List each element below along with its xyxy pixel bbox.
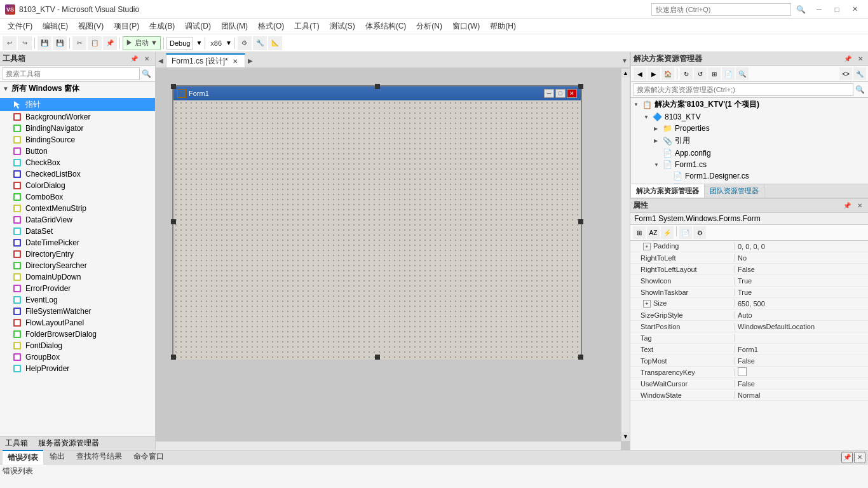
sol-item-properties[interactable]: ▶📁Properties (631, 123, 868, 134)
toolbox-search-input[interactable] (3, 67, 140, 80)
props-settings-btn[interactable]: ⚙ (693, 226, 706, 239)
toolbar-btn-3[interactable]: 📐 (268, 36, 282, 50)
toolbox-item-domainupdown[interactable]: DomainUpDown (0, 271, 155, 283)
menu-item-h[interactable]: 帮助(H) (485, 20, 521, 33)
props-row-sizegripstyle[interactable]: SizeGripStyleAuto (630, 309, 868, 321)
menu-item-n[interactable]: 分析(N) (411, 20, 447, 33)
toolbox-item-errorprovider[interactable]: ErrorProvider (0, 283, 155, 294)
form-body[interactable] (173, 100, 581, 360)
start-button[interactable]: ▶ 启动 ▼ (123, 36, 161, 50)
toolbox-item-filesystemwatcher[interactable]: FileSystemWatcher (0, 306, 155, 317)
menu-item-d[interactable]: 调试(D) (180, 20, 216, 33)
bottom-pin-btn[interactable]: 📌 (841, 452, 853, 463)
menu-item-t[interactable]: 工具(T) (289, 20, 324, 33)
minimize-button[interactable]: ─ (811, 3, 827, 17)
sol-item-form1-designer-cs[interactable]: 📄Form1.Designer.cs (631, 170, 868, 182)
sol-btn4[interactable]: ⊞ (708, 67, 721, 80)
toolbox-item-datagridview[interactable]: DataGridView (0, 214, 155, 226)
props-row-text[interactable]: TextForm1 (630, 344, 868, 355)
toolbox-item-bindingnavigator[interactable]: BindingNavigator (0, 123, 155, 134)
bottom-tab-输出[interactable]: 输出 (44, 450, 70, 464)
menu-item-v[interactable]: 视图(V) (73, 20, 109, 33)
sol-source-btn[interactable]: <> (839, 67, 852, 80)
tab-dropdown-btn[interactable]: ▼ (620, 53, 630, 67)
toolbar-btn-save[interactable]: 💾 (37, 36, 51, 50)
props-category-btn[interactable]: ⊞ (633, 226, 646, 239)
toolbar-btn-redo[interactable]: ↪ (18, 36, 32, 50)
props-pin-btn[interactable]: 📌 (841, 200, 853, 212)
menu-item-f[interactable]: 文件(F) (3, 20, 37, 33)
sol-item-8103_ktv[interactable]: ▼🔷8103_KTV (631, 111, 868, 123)
menu-item-p[interactable]: 项目(P) (109, 20, 144, 33)
toolbar-btn-2[interactable]: 🔧 (253, 36, 267, 50)
bottom-tab-错误列表[interactable]: 错误列表 (3, 450, 43, 464)
toolbox-item-button[interactable]: Button (0, 146, 155, 157)
toolbar-btn-copy[interactable]: 📋 (88, 36, 102, 50)
sol-forward-btn[interactable]: ▶ (648, 67, 660, 80)
toolbox-item-folderbrowserdialog[interactable]: FolderBrowserDialog (0, 329, 155, 340)
menu-item-e[interactable]: 编辑(E) (37, 20, 73, 33)
sol-back-btn[interactable]: ◀ (634, 67, 646, 80)
menu-item-m[interactable]: 团队(M) (216, 20, 253, 33)
doc-scroll-bottom-btn[interactable]: ▼ (621, 432, 630, 441)
form-max-btn[interactable]: □ (555, 89, 566, 98)
props-pages-btn[interactable]: 📄 (679, 226, 692, 239)
sol-item-解决方案-8103_ktv-(1-个项目)[interactable]: ▼📋解决方案'8103_KTV'(1 个项目) (631, 98, 868, 111)
props-row-usewaitcursor[interactable]: UseWaitCursorFalse (630, 378, 868, 390)
toolbox-item-colordialog[interactable]: ColorDialog (0, 180, 155, 191)
toolbox-item-dataset[interactable]: DataSet (0, 226, 155, 237)
toolbar-btn-1[interactable]: ⚙ (238, 36, 252, 50)
props-row-padding[interactable]: +Padding0, 0, 0, 0 (630, 241, 868, 252)
menu-item-b[interactable]: 生成(B) (144, 20, 180, 33)
props-expand-btn[interactable]: + (643, 300, 651, 308)
toolbox-item-fontdialog[interactable]: FontDialog (0, 340, 155, 351)
toolbar-btn-save-all[interactable]: 💾 (53, 36, 67, 50)
toolbox-item-datetimepicker[interactable]: DateTimePicker (0, 237, 155, 248)
tab-scroll-left-btn[interactable]: ◀ (156, 53, 166, 67)
toolbox-item-checkbox[interactable]: CheckBox (0, 157, 155, 168)
props-row-topmost[interactable]: TopMostFalse (630, 355, 868, 367)
form-min-btn[interactable]: ─ (544, 89, 554, 98)
doc-tab-close-btn[interactable]: ✕ (231, 57, 240, 65)
toolbox-tab[interactable]: 工具箱 (0, 437, 33, 450)
menu-item-w[interactable]: 窗口(W) (447, 20, 485, 33)
debug-config-dropdown[interactable]: Debug (166, 37, 193, 50)
sol-search-input[interactable] (634, 83, 853, 96)
toolbar-btn-cut[interactable]: ✂ (72, 36, 86, 50)
tab-scroll-right-btn[interactable]: ▶ (245, 53, 255, 67)
form-close-btn[interactable]: ✕ (567, 89, 577, 98)
props-row-righttoleft[interactable]: RightToLeftNo (630, 252, 868, 264)
sol-prop-btn[interactable]: 🔧 (853, 67, 866, 80)
toolbox-item-groupbox[interactable]: GroupBox (0, 351, 155, 363)
menu-item-s[interactable]: 测试(S) (325, 20, 360, 33)
props-row-tag[interactable]: Tag (630, 332, 868, 344)
server-explorer-tab[interactable]: 服务器资源管理器 (33, 437, 104, 450)
doc-scroll-track-v[interactable] (621, 78, 630, 432)
toolbox-pin-btn[interactable]: 📌 (128, 53, 140, 65)
props-row-righttoleftlayout[interactable]: RightToLeftLayoutFalse (630, 264, 868, 275)
props-events-btn[interactable]: ⚡ (661, 226, 674, 239)
toolbar-btn-undo[interactable]: ↩ (3, 36, 17, 50)
close-button[interactable]: ✕ (846, 3, 863, 17)
toolbox-close-btn[interactable]: ✕ (141, 53, 153, 65)
props-row-startposition[interactable]: StartPositionWindowsDefaultLocation (630, 321, 868, 332)
toolbox-item-eventlog[interactable]: EventLog (0, 294, 155, 306)
props-row-windowstate[interactable]: WindowStateNormal (630, 390, 868, 401)
props-row-size[interactable]: +Size650, 500 (630, 298, 868, 309)
sol-home-btn[interactable]: 🏠 (661, 67, 674, 80)
doc-tab-form1[interactable]: Form1.cs [设计]* ✕ (166, 53, 245, 67)
bottom-tab-查找符号结果[interactable]: 查找符号结果 (71, 450, 127, 464)
doc-scroll-top-btn[interactable]: ▲ (621, 69, 630, 78)
toolbox-item-helpprovider[interactable]: HelpProvider (0, 363, 155, 374)
toolbox-item-directoryentry[interactable]: DirectoryEntry (0, 248, 155, 260)
sol-tab-solution[interactable]: 解决方案资源管理器 (631, 184, 705, 198)
props-row-showicon[interactable]: ShowIconTrue (630, 275, 868, 287)
sol-refresh-btn[interactable]: ↻ (680, 67, 693, 80)
maximize-button[interactable]: □ (829, 3, 845, 17)
toolbox-item-backgroundworker[interactable]: BackgroundWorker (0, 111, 155, 123)
sol-item-form1-cs[interactable]: ▼📄Form1.cs (631, 159, 868, 170)
props-expand-btn[interactable]: + (643, 243, 651, 250)
toolbox-item-flowlayoutpanel[interactable]: FlowLayoutPanel (0, 317, 155, 329)
sol-btn6[interactable]: 🔍 (736, 67, 749, 80)
sol-btn5[interactable]: 📄 (722, 67, 735, 80)
